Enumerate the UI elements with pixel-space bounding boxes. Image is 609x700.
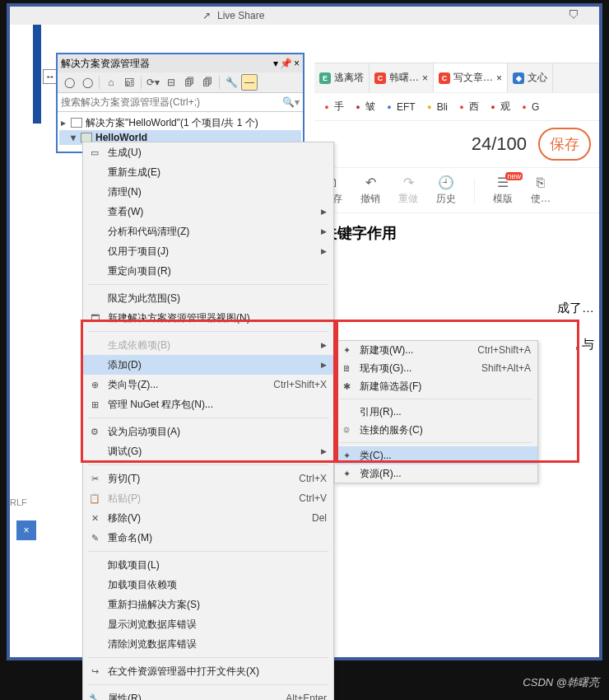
menu-item[interactable]: 重新生成(E): [83, 162, 333, 182]
tab-close-icon[interactable]: ×: [422, 72, 428, 84]
bookmark-icon: ●: [384, 101, 395, 113]
submenu-item[interactable]: ✦新建项(W)...Ctrl+Shift+A: [335, 341, 537, 359]
menu-item[interactable]: 清除浏览数据库错误: [83, 634, 333, 654]
collapse-icon[interactable]: ⊟: [163, 74, 179, 91]
tool-history[interactable]: 🕘历史: [436, 175, 456, 206]
submenu-item-label: 现有项(G)...: [360, 362, 411, 376]
bookmark-item[interactable]: ●皱: [352, 100, 375, 114]
favicon-icon: E: [319, 72, 331, 84]
bookmark-item[interactable]: ●手: [321, 100, 344, 114]
panel-close-icon[interactable]: ×: [294, 58, 300, 69]
browser-tab[interactable]: ◆文心: [508, 63, 553, 92]
shortcut-label: Ctrl+Shift+A: [477, 344, 531, 356]
bookmark-icon: ●: [352, 101, 364, 113]
bookmark-item[interactable]: ●西: [456, 100, 479, 114]
browser-tab[interactable]: C写文章…×: [434, 63, 508, 92]
menu-item[interactable]: 分析和代码清理(Z)▶: [83, 222, 333, 241]
menu-item[interactable]: 加载项目依赖项: [83, 575, 333, 595]
shortcut-label: Ctrl+Shift+X: [273, 379, 327, 390]
menu-item[interactable]: 清理(N): [83, 182, 333, 202]
bookmark-item[interactable]: ●EFT: [384, 101, 416, 113]
search-icon[interactable]: 🔍▾: [282, 96, 300, 108]
tab-label: 写文章…: [453, 71, 493, 85]
tool-template[interactable]: ☰模版new: [493, 175, 513, 206]
chevron-right-icon: ▶: [321, 447, 327, 455]
menu-item-label: 调试(G): [108, 445, 142, 459]
submenu-item[interactable]: ✱新建筛选器(F): [335, 377, 537, 395]
shortcut-label: Ctrl+X: [299, 473, 327, 484]
save-button[interactable]: 保存: [538, 128, 591, 161]
submenu-item-label: 资源(R)...: [360, 467, 402, 481]
menu-item[interactable]: 重新扫描解决方案(S): [83, 595, 333, 614]
menu-item-label: 设为启动项目(A): [108, 425, 180, 439]
solution-explorer-panel: 解决方案资源管理器 ▾ 📌 × ◯ ◯ ⌂ 🗟 ⟳▾ ⊟ 🗐 🗐 🔧 — 🔍▾: [56, 53, 304, 153]
menu-item[interactable]: ✕移除(V)Del: [83, 508, 333, 528]
nuget-icon: ⊞: [88, 398, 101, 411]
menu-item[interactable]: ⊞管理 NuGet 程序包(N)...: [83, 394, 333, 414]
toggle-icon[interactable]: —: [241, 74, 258, 91]
menu-item[interactable]: 仅用于项目(J)▶: [83, 241, 333, 261]
menu-item[interactable]: ↪在文件资源管理器中打开文件夹(X): [83, 661, 333, 681]
menu-item[interactable]: 🗔新建解决方案资源管理器视图(N): [83, 308, 333, 328]
menu-item[interactable]: ✂剪切(T)Ctrl+X: [83, 469, 333, 488]
submenu-item-label: 新建项(W)...: [360, 343, 413, 357]
live-share-label[interactable]: Live Share: [217, 10, 264, 21]
menu-item-label: 重定向项目(R): [108, 264, 171, 278]
favicon-icon: C: [374, 72, 386, 84]
submenu-item[interactable]: ⛭连接的服务(C): [335, 421, 537, 439]
back-icon[interactable]: ◯: [61, 74, 77, 91]
menu-item[interactable]: 显示浏览数据库错误: [83, 614, 333, 634]
service-icon: ⛭: [340, 423, 353, 436]
submenu-item[interactable]: 引用(R)...: [335, 403, 537, 421]
chevron-down-icon[interactable]: ▾: [69, 132, 77, 143]
search-input[interactable]: [61, 96, 282, 108]
menu-item[interactable]: 重定向项目(R): [83, 261, 333, 281]
menu-item[interactable]: ⊕类向导(Z)...Ctrl+Shift+X: [83, 375, 333, 394]
new-view-icon: 🗔: [88, 311, 101, 324]
wrench-icon[interactable]: 🔧: [223, 74, 239, 91]
snippet-2: , 与: [575, 337, 594, 352]
watermark: CSDN @韩曙亮: [523, 675, 599, 690]
tab-close-icon[interactable]: ×: [496, 72, 502, 84]
menu-item[interactable]: ✎重命名(M): [83, 528, 333, 548]
menu-item[interactable]: 查看(W)▶: [83, 202, 333, 222]
tool-undo[interactable]: ↶撤销: [360, 175, 380, 206]
bookmark-item[interactable]: ●观: [487, 100, 510, 114]
home-icon[interactable]: ⌂: [103, 74, 119, 91]
fwd-icon[interactable]: ◯: [79, 74, 95, 91]
submenu-item-label: 引用(R)...: [360, 405, 402, 419]
menu-item[interactable]: ▭生成(U): [83, 142, 333, 162]
panel-pin-icon[interactable]: 📌: [280, 58, 292, 69]
browser-tab[interactable]: C韩曙…×: [370, 63, 434, 92]
submenu-item[interactable]: 🗎现有项(G)...Shift+Alt+A: [335, 359, 537, 377]
sync-icon[interactable]: ⟳▾: [145, 74, 161, 91]
menu-item[interactable]: 添加(D)▶: [83, 355, 333, 375]
menu-item[interactable]: 卸载项目(L): [83, 555, 333, 575]
menu-item[interactable]: 调试(G)▶: [83, 441, 333, 461]
menu-item[interactable]: ⚙设为启动项目(A): [83, 422, 333, 441]
menu-item[interactable]: 限定为此范围(S): [83, 288, 333, 308]
bookmark-icon: ●: [321, 101, 332, 113]
tool-use[interactable]: ⎘使…: [531, 175, 551, 206]
shortcut-label: Alt+Enter: [286, 693, 327, 700]
showall-icon[interactable]: 🗐: [181, 74, 198, 91]
browser-tab[interactable]: E逃离塔: [314, 63, 370, 92]
project-tab-close[interactable]: ×: [16, 520, 36, 540]
refresh-icon[interactable]: 🗟: [121, 74, 137, 91]
panel-dropdown-icon[interactable]: ▾: [273, 58, 278, 69]
bookmark-label: EFT: [397, 101, 416, 113]
bookmark-item[interactable]: ●Bli: [424, 101, 448, 113]
bookmark-item[interactable]: ●G: [518, 101, 539, 113]
tree-solution-row[interactable]: ▸ 解决方案"HelloWorld"(1 个项目/共 1 个): [59, 115, 301, 130]
live-share-icon[interactable]: ↗: [201, 11, 212, 21]
user-icon[interactable]: ⛉: [568, 8, 579, 21]
submenu-item[interactable]: ✦资源(R)...: [335, 464, 537, 483]
files-icon[interactable]: 🗐: [199, 74, 216, 91]
submenu-item[interactable]: ✦类(C)...: [335, 446, 537, 464]
tab-label: 韩曙…: [389, 71, 419, 85]
chevron-icon[interactable]: ▸: [59, 117, 67, 128]
menu-item-label: 新建解决方案资源管理器视图(N): [108, 311, 250, 325]
menu-item-label: 仅用于项目(J): [108, 245, 169, 259]
menu-item[interactable]: 🔧属性(R)Alt+Enter: [83, 688, 333, 700]
menu-item-label: 剪切(T): [108, 472, 140, 486]
